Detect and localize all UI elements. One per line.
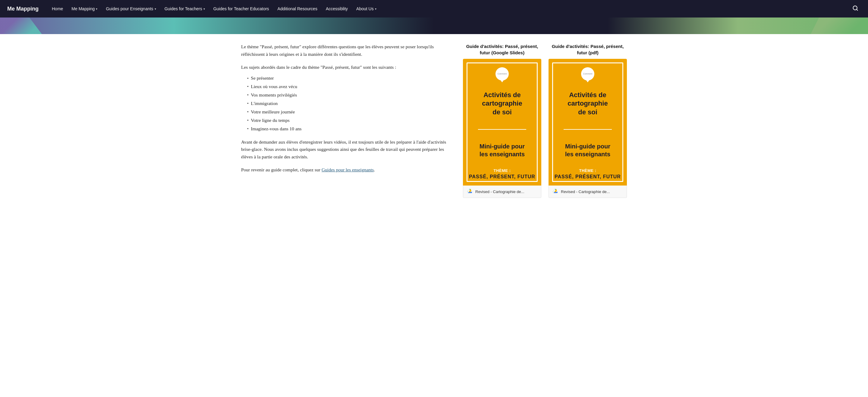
- guide-card-1: Guide d'activités: Passé, présent, futur…: [463, 43, 541, 198]
- nav-guides-enseignants[interactable]: Guides pour Enseignants ▾: [102, 4, 159, 13]
- theme-label: THÈME :: [553, 168, 622, 173]
- nav-accessibility[interactable]: Accessiblity: [322, 4, 351, 13]
- bullet-list: Se présenter Lieux où vous avez vécu Vos…: [247, 74, 451, 133]
- link-paragraph: Pour revenir au guide complet, cliquez s…: [241, 166, 451, 174]
- guide-bottom-section: THÈME : PASSÉ, PRÉSENT, FUTUR: [468, 168, 536, 179]
- guide-card-2: Guide d'activités: Passé, présent, futur…: [549, 43, 627, 198]
- left-column: Le thème "Passé, présent, futur" explore…: [241, 43, 451, 198]
- nav-me-mapping[interactable]: Me Mapping ▾: [68, 4, 101, 13]
- guide-top-text: Activités de cartographie de soi: [567, 91, 608, 117]
- guide-card-1-footer-text: Revised - Cartographie de...: [475, 190, 524, 194]
- guide-subtitle: Mini-guide pour les enseignants: [565, 142, 610, 158]
- guide-bottom-section: THÈME : PASSÉ, PRÉSENT, FUTUR: [553, 168, 622, 179]
- guide-subtitle: Mini-guide pour les enseignants: [479, 142, 525, 158]
- intro-paragraph: Le thème "Passé, présent, futur" explore…: [241, 43, 451, 58]
- guide-card-2-footer[interactable]: Revised - Cartographie de...: [549, 186, 627, 198]
- guide-main-title: Activités de cartographie de soi: [482, 91, 522, 117]
- chevron-down-icon: ▾: [204, 7, 205, 10]
- guide-main-title: Activités de cartographie de soi: [567, 91, 608, 117]
- list-item: Se présenter: [247, 74, 451, 82]
- chevron-down-icon: ▾: [96, 7, 97, 10]
- list-item: Lieux où vous avez vécu: [247, 82, 451, 91]
- google-drive-icon: [553, 189, 558, 195]
- guide-card-1-image[interactable]: Comment Activités de cartographie de soi…: [463, 59, 541, 186]
- nav-items: Home Me Mapping ▾ Guides pour Enseignant…: [48, 4, 850, 13]
- main-content: Le thème "Passé, présent, futur" explore…: [217, 34, 651, 207]
- list-item: L'immigration: [247, 99, 451, 108]
- guide-top-text: Activités de cartographie de soi: [482, 91, 522, 117]
- list-item: Imaginez-vous dans 10 ans: [247, 124, 451, 133]
- search-icon[interactable]: [850, 3, 861, 15]
- list-item: Votre ligne du temps: [247, 116, 451, 124]
- nav-guides-teacher-educators[interactable]: Guides for Teacher Educators: [210, 4, 273, 13]
- nav-additional-resources[interactable]: Additional Resources: [274, 4, 321, 13]
- guide-divider: [564, 129, 612, 130]
- speech-bubble-icon: Comment: [495, 67, 509, 81]
- guide-divider: [478, 129, 526, 130]
- guides-link[interactable]: Guides pour les enseignants: [321, 167, 374, 172]
- guide-card-2-footer-text: Revised - Cartographie de...: [561, 190, 610, 194]
- guide-card-1-title: Guide d'activités: Passé, présent, futur…: [463, 43, 541, 56]
- guide-card-1-footer[interactable]: Revised - Cartographie de...: [463, 186, 541, 198]
- theme-value: PASSÉ, PRÉSENT, FUTUR: [468, 174, 536, 179]
- navigation: Me Mapping Home Me Mapping ▾ Guides pour…: [0, 0, 868, 18]
- body-paragraph: Avant de demander aux élèves d'enregistr…: [241, 139, 451, 161]
- theme-label: THÈME :: [468, 168, 536, 173]
- hero-banner: [0, 18, 868, 34]
- theme-value: PASSÉ, PRÉSENT, FUTUR: [553, 174, 622, 179]
- list-item: Vos moments privilégiés: [247, 91, 451, 99]
- chevron-down-icon: ▾: [375, 7, 376, 10]
- nav-guides-teachers[interactable]: Guides for Teachers ▾: [161, 4, 209, 13]
- chevron-down-icon: ▾: [155, 7, 156, 10]
- site-logo[interactable]: Me Mapping: [7, 6, 38, 12]
- list-item: Votre meilleure journée: [247, 108, 451, 116]
- google-drive-icon: [467, 189, 473, 195]
- svg-line-1: [857, 9, 858, 10]
- nav-home[interactable]: Home: [48, 4, 67, 13]
- guide-card-2-image[interactable]: Comment Activités de cartographie de soi…: [549, 59, 627, 186]
- speech-bubble-icon: Comment: [581, 67, 594, 81]
- guide-card-2-title: Guide d'activités: Passé, présent, futur…: [549, 43, 627, 56]
- right-column: Guide d'activités: Passé, présent, futur…: [463, 43, 627, 198]
- nav-about-us[interactable]: About Us ▾: [352, 4, 380, 13]
- subjects-intro: Les sujets abordés dans le cadre du thèm…: [241, 64, 451, 71]
